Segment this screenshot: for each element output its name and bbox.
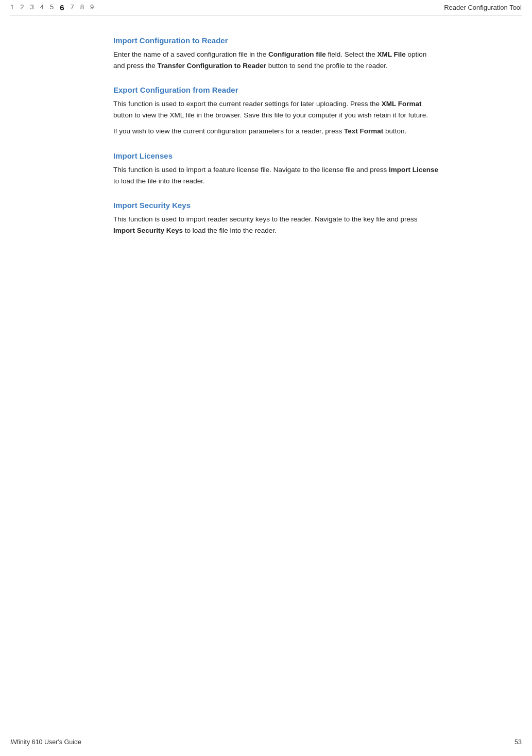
- config-file-bold: Configuration file: [268, 50, 326, 58]
- xml-file-bold: XML File: [377, 50, 406, 58]
- nav-item-7[interactable]: 7: [71, 3, 74, 12]
- section-export-config-heading: Export Configuration from Reader: [113, 85, 439, 94]
- import-security-keys-para-1: This function is used to import reader s…: [113, 214, 439, 236]
- section-import-licenses-heading: Import Licenses: [113, 151, 439, 160]
- export-config-para-2: If you wish to view the current configur…: [113, 126, 439, 137]
- import-config-para-1: Enter the name of a saved configuration …: [113, 49, 439, 71]
- nav-item-1[interactable]: 1: [10, 3, 14, 12]
- footer-brand-italic: IN: [10, 738, 17, 746]
- section-export-config: Export Configuration from Reader This fu…: [113, 85, 439, 137]
- section-import-licenses: Import Licenses This function is used to…: [113, 151, 439, 186]
- nav-item-9[interactable]: 9: [90, 3, 94, 12]
- header-title: Reader Configuration Tool: [444, 4, 522, 11]
- page-footer: INfinity 610 User's Guide 53: [10, 738, 522, 746]
- section-import-security-keys: Import Security Keys This function is us…: [113, 201, 439, 236]
- import-licenses-para-1: This function is used to import a featur…: [113, 164, 439, 186]
- nav-item-3[interactable]: 3: [30, 3, 33, 12]
- transfer-config-bold: Transfer Configuration to Reader: [158, 62, 267, 70]
- import-license-bold: Import License: [389, 166, 438, 174]
- chapter-nav[interactable]: 1 2 3 4 5 6 7 8 9: [10, 3, 94, 12]
- section-import-config-body: Enter the name of a saved configuration …: [113, 49, 439, 71]
- main-content: Import Configuration to Reader Enter the…: [0, 15, 532, 281]
- xml-format-bold: XML Format: [382, 100, 422, 108]
- text-format-bold: Text Format: [344, 127, 383, 135]
- page-header: 1 2 3 4 5 6 7 8 9 Reader Configuration T…: [0, 0, 532, 15]
- footer-brand-rest: finity 610 User's Guide: [17, 738, 81, 746]
- footer-page-number: 53: [514, 738, 522, 746]
- section-import-security-keys-body: This function is used to import reader s…: [113, 214, 439, 236]
- section-import-security-keys-heading: Import Security Keys: [113, 201, 439, 210]
- nav-item-2[interactable]: 2: [20, 3, 24, 12]
- section-import-licenses-body: This function is used to import a featur…: [113, 164, 439, 186]
- nav-item-4[interactable]: 4: [40, 3, 44, 12]
- nav-item-8[interactable]: 8: [80, 3, 84, 12]
- import-security-keys-bold: Import Security Keys: [113, 227, 183, 234]
- export-config-para-1: This function is used to export the curr…: [113, 98, 439, 121]
- section-import-config-heading: Import Configuration to Reader: [113, 36, 439, 45]
- section-import-config: Import Configuration to Reader Enter the…: [113, 36, 439, 71]
- footer-brand: INfinity 610 User's Guide: [10, 738, 81, 746]
- nav-item-5[interactable]: 5: [50, 3, 54, 12]
- section-export-config-body: This function is used to export the curr…: [113, 98, 439, 137]
- nav-item-6-current[interactable]: 6: [60, 3, 64, 12]
